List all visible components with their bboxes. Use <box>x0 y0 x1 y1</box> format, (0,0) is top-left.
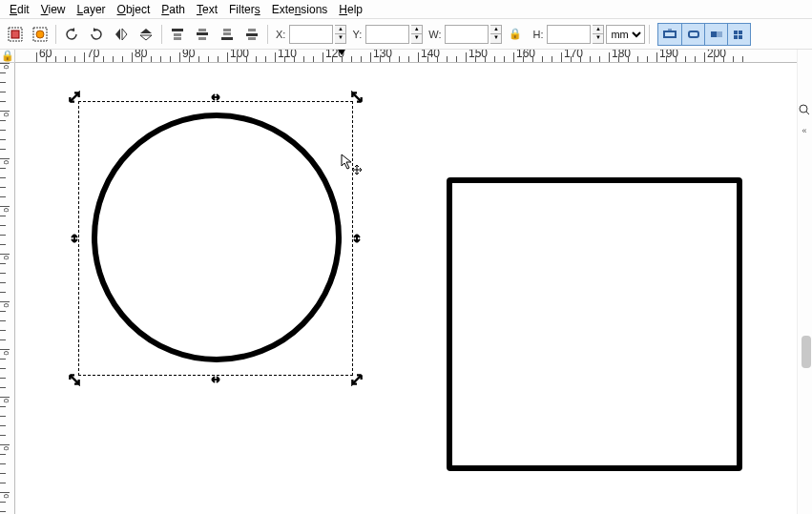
skew-handle-e[interactable] <box>350 232 364 245</box>
svg-point-3 <box>36 31 44 38</box>
menu-object[interactable]: Object <box>112 1 156 18</box>
raise-to-top-button[interactable] <box>166 23 189 46</box>
ruler-horizontal[interactable]: 6070809010011012013014015016017018019020… <box>15 50 797 63</box>
rotate-handle-sw[interactable] <box>68 373 81 386</box>
selection-bounding-box <box>78 101 353 376</box>
w-spinner[interactable]: ▲▼ <box>490 25 502 44</box>
toolbar: X: ▲▼ Y: ▲▼ W: ▲▼ 🔒 H: ▲▼ mm <box>0 19 812 50</box>
skew-handle-w[interactable] <box>68 232 81 245</box>
svg-rect-1 <box>11 31 19 38</box>
right-gutter: « <box>797 50 812 514</box>
menu-edit[interactable]: Edit <box>4 1 35 18</box>
lower-button[interactable] <box>216 23 239 46</box>
menu-help[interactable]: Help <box>333 1 368 18</box>
h-label: H: <box>532 29 543 40</box>
lock-aspect-button[interactable]: 🔒 <box>504 23 527 46</box>
snap-button-group <box>657 23 751 46</box>
svg-rect-14 <box>246 33 258 36</box>
affect-corners-button[interactable] <box>681 24 704 45</box>
select-all-layers-button[interactable] <box>4 23 27 46</box>
menu-extensions[interactable]: Extensions <box>266 1 334 18</box>
svg-rect-19 <box>711 31 717 37</box>
affect-patterns-button[interactable] <box>727 24 750 45</box>
svg-rect-8 <box>197 32 208 35</box>
svg-rect-16 <box>664 31 676 37</box>
svg-rect-15 <box>248 37 256 40</box>
canvas[interactable] <box>15 63 797 514</box>
rotate-handle-nw[interactable] <box>68 91 81 104</box>
menu-text[interactable]: Text <box>191 1 223 18</box>
menu-path[interactable]: Path <box>156 1 191 18</box>
svg-rect-4 <box>172 29 183 31</box>
skew-handle-s[interactable] <box>209 373 222 386</box>
svg-rect-9 <box>198 37 206 40</box>
svg-rect-23 <box>739 35 742 39</box>
lower-to-bottom-button[interactable] <box>240 23 263 46</box>
skew-handle-n[interactable] <box>209 91 222 104</box>
svg-rect-12 <box>221 37 233 40</box>
zoom-fit-button[interactable] <box>798 103 811 116</box>
ruler-corner-lock[interactable]: 🔒 <box>0 50 15 63</box>
svg-rect-13 <box>248 29 256 31</box>
h-spinner[interactable]: ▲▼ <box>593 25 604 44</box>
lock-icon: 🔒 <box>1 50 14 62</box>
w-input[interactable] <box>445 25 489 44</box>
svg-rect-17 <box>689 31 698 37</box>
x-input[interactable] <box>289 25 333 44</box>
svg-rect-22 <box>734 35 738 39</box>
menu-layer[interactable]: Layer <box>72 1 112 18</box>
select-all-button[interactable] <box>29 23 52 46</box>
overflow-chevron-icon[interactable]: « <box>798 126 811 139</box>
y-input[interactable] <box>365 25 409 44</box>
rotate-handle-ne[interactable] <box>350 91 364 104</box>
y-spinner[interactable]: ▲▼ <box>411 25 423 44</box>
svg-rect-21 <box>739 31 742 34</box>
x-label: X: <box>276 29 285 40</box>
svg-rect-7 <box>198 29 206 31</box>
affect-gradients-button[interactable] <box>704 24 727 45</box>
svg-rect-20 <box>734 31 738 34</box>
y-label: Y: <box>352 29 362 40</box>
rotate-handle-se[interactable] <box>350 373 364 386</box>
svg-rect-10 <box>223 29 231 31</box>
svg-rect-6 <box>174 37 181 40</box>
svg-rect-5 <box>174 33 181 36</box>
rotate-cw-button[interactable] <box>85 23 108 46</box>
vertical-scrollbar-thumb[interactable] <box>802 336 811 368</box>
ruler-vertical[interactable]: 0000000000 <box>0 63 15 514</box>
units-select[interactable]: mm <box>606 25 645 44</box>
menu-filters[interactable]: Filters <box>223 1 266 18</box>
lock-icon: 🔒 <box>509 28 522 40</box>
svg-rect-11 <box>223 32 231 35</box>
h-input[interactable] <box>547 25 591 44</box>
w-label: W: <box>428 29 441 40</box>
rotate-ccw-button[interactable] <box>60 23 83 46</box>
raise-button[interactable] <box>191 23 214 46</box>
x-spinner[interactable]: ▲▼ <box>335 25 346 44</box>
menu-bar: Edit View Layer Object Path Text Filters… <box>0 0 812 19</box>
rectangle-shape[interactable] <box>447 177 742 471</box>
svg-point-24 <box>800 105 807 113</box>
flip-vertical-button[interactable] <box>135 23 157 46</box>
affect-stroke-button[interactable] <box>658 24 681 45</box>
svg-line-25 <box>806 112 809 114</box>
flip-horizontal-button[interactable] <box>110 23 133 46</box>
menu-view[interactable]: View <box>35 1 72 18</box>
